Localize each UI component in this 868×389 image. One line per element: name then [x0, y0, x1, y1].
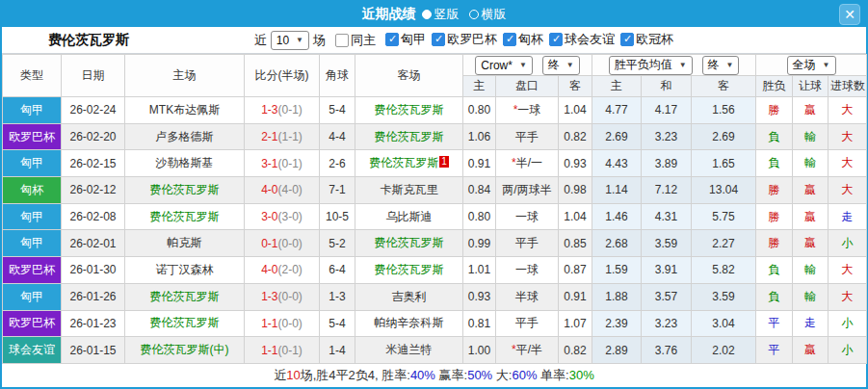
home-team[interactable]: 帕克斯 — [125, 230, 245, 257]
full-score: 1-3 — [261, 290, 277, 303]
odds-company-select[interactable]: Crow* ▼ — [475, 56, 533, 75]
home-team[interactable]: 费伦茨瓦罗斯 — [125, 283, 245, 310]
asia-handicap: *半/一 — [496, 150, 559, 177]
chevron-down-icon: ▼ — [679, 61, 687, 69]
home-team[interactable]: 费伦茨瓦罗斯(中) — [125, 337, 245, 364]
filter-controls: 近 10 ▼ 场 同主 匈甲欧罗巴杯匈杯球会友谊欧冠杯 — [254, 31, 673, 50]
euro-away-odds: 1.56 — [692, 97, 756, 124]
asia-home-odds: 0.99 — [463, 230, 496, 257]
col-header-score: 比分(半场) — [245, 55, 320, 97]
home-team[interactable]: 费伦茨瓦罗斯 — [125, 203, 245, 230]
odds-time-select[interactable]: 终 ▼ — [542, 56, 580, 75]
recent-count-value: 10 — [276, 34, 289, 47]
match-date: 26-02-15 — [62, 150, 125, 177]
league-checkbox[interactable] — [503, 33, 516, 46]
asia-away-odds: 0.82 — [559, 123, 592, 150]
away-team-cell[interactable]: 帕纳辛奈科斯 — [355, 310, 463, 337]
radio-vertical-layout[interactable]: 竖版 — [422, 6, 460, 23]
result-goals: 走 — [829, 203, 867, 230]
league-badge: 匈甲 — [3, 97, 62, 124]
summary-segment: 50% — [467, 368, 492, 382]
filter-bar: 费伦茨瓦罗斯 近 10 ▼ 场 同主 匈甲欧罗巴杯匈杯球会友谊欧冠杯 — [2, 27, 866, 54]
away-team-cell[interactable]: 米迪兰特 — [355, 337, 463, 364]
col-header-asia-handicap: 盘口 — [496, 76, 559, 97]
radio-selected-icon — [422, 10, 432, 19]
summary-segment: 30% — [569, 368, 594, 382]
layout-mode-radio-group: 竖版 横版 — [422, 6, 507, 23]
close-button[interactable]: ✕ — [839, 4, 860, 25]
home-team[interactable]: 诺丁汉森林 — [125, 257, 245, 284]
handicap-value: 半球 — [515, 290, 539, 303]
league-filter[interactable]: 欧冠杯 — [615, 31, 673, 48]
home-team[interactable]: 卢多格德斯 — [125, 123, 245, 150]
euro-away-odds: 1.65 — [692, 150, 756, 177]
away-team-cell[interactable]: 费伦茨瓦罗斯1 — [355, 150, 463, 177]
result-handicap: 輸 — [793, 257, 829, 284]
euro-time-select[interactable]: 终 ▼ — [702, 56, 740, 75]
league-checkbox[interactable] — [432, 33, 445, 46]
close-icon: ✕ — [844, 7, 855, 22]
league-checkbox[interactable] — [620, 33, 634, 46]
col-header-result-wl: 胜负 — [756, 76, 793, 97]
asia-away-odds: 0.87 — [559, 257, 592, 284]
result-goals: 大 — [829, 123, 867, 150]
result-win-lose: 負 — [756, 257, 793, 284]
handicap-value: 一球 — [515, 263, 539, 276]
euro-away-odds: 2.02 — [692, 337, 756, 364]
away-card-badge: 1 — [439, 156, 449, 168]
asia-home-odds: 1.06 — [463, 123, 496, 150]
home-team[interactable]: 费伦茨瓦罗斯 — [125, 310, 245, 337]
away-team: 费伦茨瓦罗斯 — [375, 130, 444, 143]
corner-score: 2-6 — [320, 150, 355, 177]
league-filter[interactable]: 匈杯 — [497, 31, 543, 48]
away-team-cell[interactable]: 乌比斯迪 — [355, 203, 463, 230]
league-filter[interactable]: 欧罗巴杯 — [426, 31, 497, 48]
result-goals: 大 — [829, 257, 867, 284]
away-team-cell[interactable]: 费伦茨瓦罗斯 — [355, 230, 463, 257]
match-row: 球会友谊 26-01-15 费伦茨瓦罗斯(中) 1-1(0-1) 1-4 米迪兰… — [3, 337, 867, 364]
home-team[interactable]: MTK布达佩斯 — [125, 97, 245, 124]
home-team[interactable]: 沙勒格斯基 — [125, 150, 245, 177]
away-team-cell[interactable]: 吉奥利 — [355, 283, 463, 310]
summary-segment: 大: — [492, 367, 512, 384]
radio-horizontal-layout[interactable]: 横版 — [469, 6, 507, 23]
result-win-lose: 平 — [756, 337, 793, 364]
summary-bar: 近10场,胜4平2负4, 胜率:40% 赢率:50% 大:60% 单率:30% — [2, 364, 866, 387]
league-checkbox[interactable] — [549, 33, 563, 46]
euro-avg-select[interactable]: 胜平负均值 ▼ — [609, 56, 693, 75]
score-cell: 3-0(3-0) — [245, 203, 320, 230]
asia-home-odds: 0.91 — [463, 150, 496, 177]
same-home-filter[interactable]: 同主 — [329, 32, 376, 49]
corner-score: 4-4 — [320, 123, 355, 150]
match-table-body: 匈甲 26-02-24 MTK布达佩斯 1-3(0-1) 5-4 费伦茨瓦罗斯 … — [3, 97, 867, 364]
handicap-value: 平/半 — [516, 343, 542, 356]
league-checkbox[interactable] — [385, 33, 399, 46]
away-team-cell[interactable]: 卡斯克瓦里 — [355, 177, 463, 204]
asia-away-odds: 0.82 — [559, 337, 592, 364]
full-score: 0-1 — [261, 237, 277, 250]
away-team-cell[interactable]: 费伦茨瓦罗斯 — [355, 123, 463, 150]
scope-select[interactable]: 全场 ▼ — [787, 56, 836, 75]
away-team-cell[interactable]: 费伦茨瓦罗斯 — [355, 257, 463, 284]
handicap-value: 半/一 — [516, 156, 542, 169]
away-team-cell[interactable]: 费伦茨瓦罗斯 — [355, 97, 463, 124]
league-checkbox-label: 球会友谊 — [565, 31, 615, 48]
recent-count-select[interactable]: 10 ▼ — [271, 31, 309, 50]
league-filter[interactable]: 球会友谊 — [543, 31, 615, 48]
league-badge: 欧罗巴杯 — [3, 257, 62, 284]
league-badge: 匈甲 — [3, 283, 62, 310]
euro-away-odds: 5.75 — [692, 203, 756, 230]
corner-score: 5-2 — [320, 230, 355, 257]
result-win-lose: 勝 — [756, 177, 793, 204]
odds-time-value: 终 — [548, 57, 560, 73]
full-score: 1-3 — [261, 103, 277, 117]
home-team[interactable]: 费伦茨瓦罗斯 — [125, 177, 245, 204]
league-filter[interactable]: 匈甲 — [380, 31, 426, 48]
asia-home-odds: 0.93 — [463, 283, 496, 310]
asia-away-odds: 0.93 — [559, 150, 592, 177]
same-home-checkbox[interactable] — [335, 34, 349, 47]
euro-odds-selects-cell: 胜平负均值 ▼ 终 ▼ — [592, 55, 756, 76]
result-win-lose: 負 — [756, 123, 793, 150]
col-header-date: 日期 — [62, 55, 125, 97]
half-score: (0-0) — [278, 290, 302, 303]
